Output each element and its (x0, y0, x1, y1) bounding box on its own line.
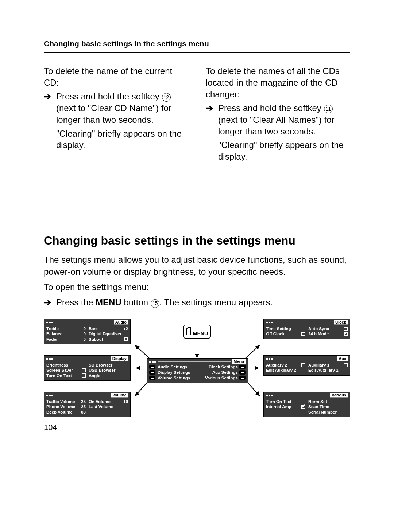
section-heading: Changing basic settings in the settings … (44, 234, 350, 247)
menu-hardware-button: MENU (183, 325, 211, 339)
display-screensaver: Screen Saver (46, 368, 73, 373)
panel-audio: Audio Treble0 Balance0 Fader0 Bass+2 Dig… (44, 319, 131, 344)
right-step: Press and hold the softkey 11 (next to "… (218, 102, 350, 137)
vol-traffic-label: Traffic Volume (46, 399, 75, 404)
vol-phone-label: Phone Volume (46, 404, 75, 409)
display-angle: Angle (89, 373, 100, 378)
softkey-11-ref: 11 (324, 105, 333, 113)
left-intro: To delete the name of the current CD: (44, 65, 188, 89)
clock-24h: 24 h Mode (308, 331, 329, 336)
clock-auto-sync: Auto Sync (308, 326, 329, 331)
softkey-icon (149, 376, 155, 380)
right-step-post: (next to "Clear All Names") for longer t… (218, 115, 334, 136)
menu-audio-settings: Audio Settings (158, 364, 198, 370)
menu-volume-settings: Volume Settings (158, 375, 198, 381)
col-right: To delete the names of all the CDs locat… (206, 65, 350, 165)
press-menu-step: Press the MENU button 15. The settings m… (56, 297, 273, 308)
aux-aux2: Auxiliary 2 (266, 363, 287, 368)
audio-eq-label: Digital Equaliser (89, 331, 121, 336)
audio-subout-label: Subout (89, 337, 103, 342)
open-line: To open the settings menu: (44, 281, 350, 293)
clock-time-setting: Time Setting (266, 326, 291, 331)
audio-treble-val: 0 (80, 326, 86, 331)
panel-audio-tag: Audio (114, 320, 128, 325)
aux-edit1: Edit Auxiliary 1 (308, 368, 339, 373)
left-step: Press and hold the softkey 12 (next to "… (56, 91, 188, 126)
checkbox-icon (301, 363, 305, 367)
panel-clock: Clock Time Setting Off Clock Auto Sync 2… (263, 319, 350, 339)
footer-rule (63, 424, 63, 459)
various-normset: Norm Set (308, 399, 327, 404)
display-brightness: Brightness (46, 363, 68, 368)
left-step-post: (next to "Clear CD Name") for longer tha… (56, 103, 171, 125)
panel-display: Display Brightness Screen Saver Turn On … (44, 355, 131, 381)
aux-aux1: Auxiliary 1 (308, 363, 329, 368)
menu-various-settings: Various Settings (198, 375, 239, 381)
display-sd: SD Browser (89, 363, 112, 368)
display-usb: USB Browser (89, 368, 116, 373)
arrow-icon: ➔ (44, 91, 53, 153)
panel-various-tag: Various (330, 393, 348, 398)
menu-clock-settings: Clock Settings (198, 364, 239, 370)
softkey-icon (239, 365, 246, 369)
running-head: Changing basic settings in the settings … (44, 39, 350, 53)
checkbox-icon (301, 332, 305, 336)
left-result: "Clearing" briefly appears on the displa… (56, 128, 188, 151)
audio-balance-val: 0 (80, 331, 86, 336)
right-result: "Clearing" briefly appears on the displa… (218, 139, 350, 163)
panel-various: Various Turn On Text Internal Amp Norm S… (263, 392, 350, 417)
checkbox-icon (82, 373, 86, 378)
panel-aux-tag: Aux (337, 356, 348, 361)
display-turnontext: Turn On Text (46, 373, 72, 378)
page-number: 104 (44, 423, 57, 432)
vol-phone-val: 25 (80, 404, 86, 409)
right-intro: To delete the names of all the CDs locat… (206, 65, 350, 100)
vol-on-label: On Volume (89, 399, 111, 404)
panel-aux: Aux Auxiliary 2 Edit Auxiliary 2 Auxilia… (263, 355, 350, 376)
panel-menu-tag: Menu (232, 359, 246, 364)
panel-display-tag: Display (111, 356, 128, 361)
audio-balance-label: Balance (46, 331, 62, 336)
various-serial: Serial Number (308, 410, 337, 415)
panel-volume: Volume Traffic Volume25 Phone Volume25 B… (44, 392, 131, 417)
softkey-icon (149, 365, 155, 369)
various-turnontext: Turn On Text (266, 399, 291, 404)
arrow-icon: ➔ (206, 102, 215, 165)
vol-beep-label: Beep Volume (46, 410, 73, 415)
menu-aux-settings: Aux Settings (198, 370, 239, 375)
menu-display-settings: Display Settings (158, 370, 198, 375)
panel-menu: Menu Audio SettingsClock Settings Displa… (147, 358, 248, 383)
clock-off-clock: Off Clock (266, 331, 285, 336)
panel-clock-tag: Clock (334, 320, 348, 325)
aux-edit2: Edit Auxiliary 2 (266, 368, 296, 373)
press-btn-name: MENU (96, 297, 121, 307)
button-15-ref: 15 (151, 299, 159, 308)
audio-fader-val: 0 (80, 337, 86, 342)
left-step-pre: Press and hold the softkey (56, 91, 162, 101)
audio-bass-label: Bass (89, 326, 99, 331)
vol-last-label: Last Volume (89, 404, 113, 409)
checkbox-checked-icon (301, 405, 305, 409)
audio-treble-label: Treble (46, 326, 59, 331)
settings-diagram: MENU Audio Treble0 Balance0 Fader0 Bass+… (44, 319, 350, 439)
press-mid: button (121, 297, 151, 307)
lead-text: The settings menu allows you to adjust b… (44, 254, 350, 278)
audio-fader-label: Fader (46, 337, 58, 342)
vol-on-val: 10 (122, 399, 128, 404)
checkbox-checked-icon (344, 332, 348, 336)
various-scantime: Scan Time (308, 404, 329, 409)
various-internalamp: Internal Amp (266, 404, 291, 409)
arrow-icon: ➔ (44, 297, 53, 308)
press-post: . The settings menu appears. (159, 297, 273, 307)
press-pre: Press the (56, 297, 96, 307)
vol-traffic-val: 25 (80, 399, 86, 404)
audio-bass-val: +2 (122, 326, 128, 331)
softkey-icon (239, 370, 246, 375)
panel-volume-tag: Volume (111, 393, 128, 398)
intro-columns: To delete the name of the current CD: ➔ … (44, 65, 350, 165)
checkbox-icon (344, 363, 348, 367)
checkbox-icon (344, 327, 348, 331)
softkey-12-ref: 12 (162, 93, 171, 102)
checkbox-icon (124, 337, 128, 341)
checkbox-icon (82, 368, 86, 372)
